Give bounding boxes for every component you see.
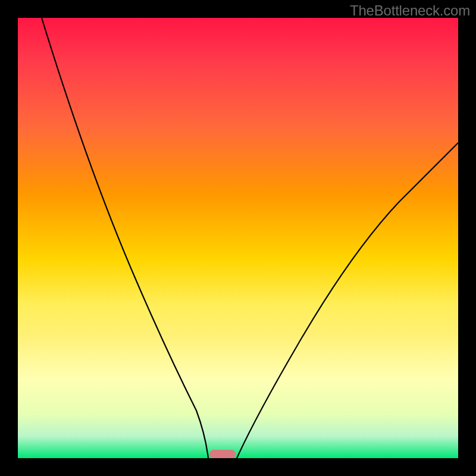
gradient-plot-area xyxy=(18,18,458,458)
bottleneck-marker xyxy=(209,450,236,458)
chart-frame: TheBottleneck.com xyxy=(0,0,476,476)
watermark-text: TheBottleneck.com xyxy=(350,2,470,19)
